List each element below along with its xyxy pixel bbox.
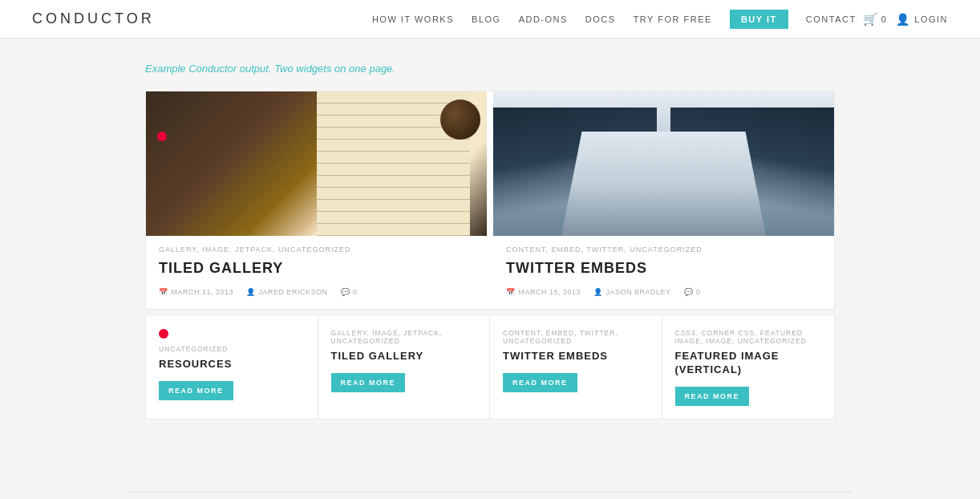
nav-contact[interactable]: CONTACT (806, 14, 856, 24)
main-content: Example Conductor output. Two widgets on… (129, 39, 851, 468)
card-tiled-gallery: GALLERY, IMAGE, JETPACK, UNCATEGORIZED T… (146, 91, 487, 309)
login-label: LOGIN (914, 14, 948, 24)
card-twitter-embeds-image (493, 91, 834, 236)
card-featured-image-tags: CSS3, CORNER CSS, FEATURED IMAGE, IMAGE,… (675, 329, 822, 345)
card-featured-image-read-more[interactable]: READ MORE (675, 387, 750, 406)
calendar-icon: 📅 (506, 288, 516, 296)
author-icon: 👤 (246, 288, 256, 296)
card-twitter-embeds-small-tags: CONTENT, EMBED, TWITTER, UNCATEGORIZED (503, 329, 649, 345)
comment-icon: 💬 (341, 288, 350, 296)
card-tiled-gallery-small-tags: GALLERY, IMAGE, JETPACK, UNCATEGORIZED (331, 329, 477, 345)
card-tiled-gallery-title[interactable]: TILED GALLERY (159, 260, 474, 277)
author-icon: 👤 (593, 288, 603, 296)
card-featured-image: CSS3, CORNER CSS, FEATURED IMAGE, IMAGE,… (662, 316, 835, 419)
calendar-icon: 📅 (159, 288, 168, 296)
card-tiled-gallery-small-read-more[interactable]: READ MORE (331, 373, 406, 392)
cart-count: 0 (881, 14, 886, 24)
bottom-cards-grid: UNCATEGORIZED RESOURCES READ MORE GALLER… (145, 316, 835, 420)
footer-divider (129, 492, 851, 493)
user-icon: 👤 (896, 13, 911, 26)
nav-how-it-works[interactable]: HOW IT WORKS (372, 14, 454, 24)
nav-add-ons[interactable]: ADD-ONS (519, 14, 568, 24)
card-tiled-gallery-body: GALLERY, IMAGE, JETPACK, UNCATEGORIZED T… (146, 236, 487, 309)
login-button[interactable]: 👤 LOGIN (896, 13, 948, 26)
card-featured-image-title[interactable]: FEATURED IMAGE (VERTICAL) (675, 350, 822, 377)
card-twitter-embeds-date: 📅 MARCH 15, 2013 (506, 288, 581, 296)
card-twitter-embeds-tags: CONTENT, EMBED, TWITTER, UNCATEGORIZED (506, 245, 821, 254)
card-tiled-gallery-comments: 💬 0 (341, 288, 358, 296)
nav-docs[interactable]: DOCS (585, 14, 616, 24)
card-twitter-embeds-title[interactable]: TWITTER EMBEDS (506, 260, 821, 277)
card-twitter-embeds: CONTENT, EMBED, TWITTER, UNCATEGORIZED T… (493, 91, 834, 309)
card-resources: UNCATEGORIZED RESOURCES READ MORE (146, 316, 318, 419)
card-tiled-gallery-date: 📅 MARCH 11, 2013 (159, 288, 233, 296)
card-resources-title[interactable]: RESOURCES (159, 358, 305, 371)
red-dot-small (159, 329, 168, 339)
red-dot-indicator (157, 132, 167, 141)
card-tiled-gallery-author: 👤 JARED ERICKSON (246, 288, 328, 296)
site-logo[interactable]: CONDUCTOR (32, 10, 155, 27)
top-cards-grid: GALLERY, IMAGE, JETPACK, UNCATEGORIZED T… (145, 91, 835, 310)
comment-icon: 💬 (684, 288, 694, 296)
card-tiled-gallery-small: GALLERY, IMAGE, JETPACK, UNCATEGORIZED T… (318, 316, 491, 419)
card-tiled-gallery-image (146, 91, 487, 236)
card-twitter-embeds-small: CONTENT, EMBED, TWITTER, UNCATEGORIZED T… (490, 316, 662, 419)
card-tiled-gallery-tags: GALLERY, IMAGE, JETPACK, UNCATEGORIZED (159, 245, 474, 254)
nav-try-for-free[interactable]: TRY FOR FREE (634, 14, 712, 24)
card-tiled-gallery-meta: 📅 MARCH 11, 2013 👤 JARED ERICKSON 💬 0 (159, 288, 474, 296)
main-nav: HOW IT WORKS BLOG ADD-ONS DOCS TRY FOR F… (372, 10, 856, 29)
cart-icon: 🛒 (863, 12, 878, 26)
page-subtitle: Example Conductor output. Two widgets on… (145, 63, 835, 75)
nav-buy-it[interactable]: BUY IT (730, 10, 788, 29)
card-twitter-embeds-author: 👤 JASON BRADLEY (593, 288, 671, 296)
nav-blog[interactable]: BLOG (472, 14, 501, 24)
card-twitter-embeds-body: CONTENT, EMBED, TWITTER, UNCATEGORIZED T… (493, 236, 834, 309)
site-header: CONDUCTOR HOW IT WORKS BLOG ADD-ONS DOCS… (0, 0, 980, 39)
cart-button[interactable]: 🛒 0 (863, 12, 886, 26)
card-twitter-embeds-small-title[interactable]: TWITTER EMBEDS (503, 350, 649, 363)
card-twitter-embeds-meta: 📅 MARCH 15, 2013 👤 JASON BRADLEY 💬 0 (506, 288, 821, 296)
card-twitter-embeds-comments: 💬 0 (684, 288, 701, 296)
card-twitter-embeds-small-read-more[interactable]: READ MORE (503, 373, 577, 392)
card-resources-tags: UNCATEGORIZED (159, 345, 305, 353)
card-tiled-gallery-small-title[interactable]: TILED GALLERY (331, 350, 477, 363)
card-resources-read-more[interactable]: READ MORE (159, 381, 233, 400)
